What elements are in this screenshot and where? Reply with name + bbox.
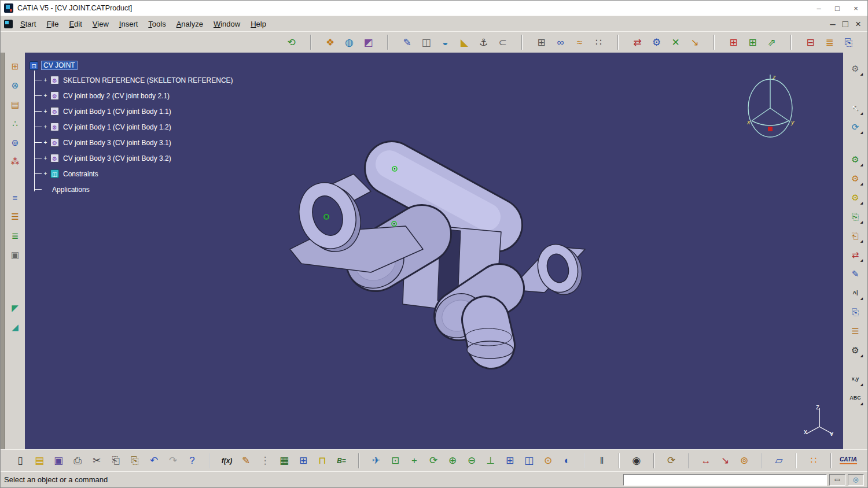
zoom-out-icon[interactable]: ⊖ bbox=[464, 453, 480, 469]
tree-item-label[interactable]: Constraints bbox=[61, 170, 100, 178]
tree-root-label[interactable]: CV JOINT bbox=[41, 61, 78, 70]
menu-help[interactable]: Help bbox=[245, 19, 271, 29]
whats-this-icon[interactable]: ? bbox=[184, 453, 200, 469]
expand-plus[interactable]: + bbox=[43, 155, 48, 161]
flyout-caret-icon[interactable]: ◢ bbox=[860, 163, 863, 167]
new-file-icon[interactable]: ▯ bbox=[12, 453, 28, 469]
update-icon[interactable]: ⟲ bbox=[283, 34, 300, 51]
expand-plus[interactable]: + bbox=[43, 108, 48, 114]
swap-arrows-icon[interactable]: ⇄◢ bbox=[848, 247, 863, 262]
command-input[interactable] bbox=[623, 474, 827, 486]
link-manager-icon[interactable]: ∞ bbox=[552, 34, 569, 51]
angle-measure-icon[interactable]: ◣ bbox=[456, 34, 473, 51]
network-icon[interactable]: ⁂ bbox=[8, 154, 23, 169]
flyout-caret-icon[interactable]: ◢ bbox=[860, 72, 863, 76]
menu-file[interactable]: File bbox=[41, 19, 64, 29]
numbered-list-icon[interactable]: ☰ bbox=[848, 323, 863, 338]
graphic-properties-icon[interactable]: ◩ bbox=[360, 34, 377, 51]
measure-item-icon[interactable]: ↘ bbox=[717, 453, 733, 469]
multi-view-icon[interactable]: ⊞ bbox=[502, 453, 518, 469]
graph-nodes-icon[interactable]: ∴ bbox=[8, 116, 23, 131]
menu-edit[interactable]: Edit bbox=[64, 19, 87, 29]
window-layout-icon[interactable]: ⊟ bbox=[802, 34, 819, 51]
menu-analyze[interactable]: Analyze bbox=[171, 19, 208, 29]
sketcher-icon[interactable]: ✎ bbox=[399, 34, 415, 51]
design-table-icon[interactable]: ▦ bbox=[276, 453, 292, 469]
undo-icon[interactable]: ↶ bbox=[146, 453, 162, 469]
explode-icon[interactable]: ✕ bbox=[667, 34, 684, 51]
open-folder-icon[interactable]: ▤ bbox=[31, 453, 47, 469]
catia-logo[interactable]: CATIA bbox=[840, 453, 856, 469]
doc-settings-icon[interactable]: ▣ bbox=[8, 247, 23, 262]
flyout-caret-icon[interactable]: ◢ bbox=[860, 383, 863, 386]
zoom-in-icon[interactable]: ⊕ bbox=[444, 453, 461, 469]
iso-view-icon[interactable]: ◫ bbox=[521, 453, 537, 469]
camera-icon[interactable]: ◉ bbox=[628, 453, 645, 469]
expand-plus[interactable]: + bbox=[43, 171, 48, 177]
menu-view[interactable]: View bbox=[87, 19, 114, 29]
flyout-caret-icon[interactable]: ◢ bbox=[860, 239, 863, 243]
sectioning-icon[interactable]: ▱ bbox=[771, 453, 787, 469]
import-page-icon[interactable]: ⎗◢ bbox=[848, 228, 863, 243]
component-list-icon[interactable]: ▤ bbox=[8, 97, 23, 112]
compass-anchor[interactable] bbox=[768, 127, 773, 131]
annotation-gear-icon[interactable]: ⚙◢ bbox=[848, 342, 863, 357]
expand-input-button[interactable]: ▭ bbox=[829, 474, 845, 486]
structure-edit-icon[interactable]: ☰ bbox=[8, 209, 23, 224]
surface-wing-icon[interactable]: ◢ bbox=[8, 319, 23, 334]
flyout-caret-icon[interactable]: ◢ bbox=[860, 297, 863, 300]
hide-show-icon[interactable]: ◐ bbox=[559, 453, 575, 469]
tree-item-label[interactable]: CV joint body 2 (CV joint body 2.1) bbox=[61, 92, 171, 100]
redo-icon[interactable]: ↷ bbox=[165, 453, 181, 469]
cut-icon[interactable]: ✂ bbox=[89, 453, 105, 469]
update-gears-icon[interactable]: ⚙◢ bbox=[848, 61, 863, 76]
curve-icon[interactable]: ≈ bbox=[571, 34, 588, 51]
rotate-icon[interactable]: ⟳ bbox=[425, 453, 442, 469]
tile-columns-icon[interactable]: ≣ bbox=[821, 34, 838, 51]
formula-icon[interactable]: f(x) bbox=[219, 453, 235, 469]
copy-icon[interactable]: ⎗ bbox=[108, 453, 124, 469]
mechanism-icon[interactable]: ∷ bbox=[590, 34, 607, 51]
menu-tools[interactable]: Tools bbox=[143, 19, 171, 29]
catalog-globe-icon[interactable]: ⊛ bbox=[8, 77, 23, 93]
flyout-caret-icon[interactable]: ◢ bbox=[860, 112, 863, 115]
tree-item-label[interactable]: SKELETON REFERENCE (SKELETON REFERENCE) bbox=[61, 76, 235, 84]
orbit-tool-icon[interactable]: ⟳◢ bbox=[848, 119, 863, 134]
paste-icon[interactable]: ⎘ bbox=[127, 453, 143, 469]
part-icon[interactable]: ⚙ bbox=[50, 76, 59, 84]
assembly-graph-icon[interactable]: ⊚ bbox=[8, 135, 23, 150]
insert-existing-component-icon[interactable]: ⊞ bbox=[725, 34, 742, 51]
expand-plus[interactable]: + bbox=[43, 93, 48, 99]
clipboard-pen-icon[interactable]: ✎ bbox=[848, 266, 863, 281]
save-icon[interactable]: ▣ bbox=[50, 453, 67, 469]
part-icon[interactable]: ⚙ bbox=[50, 91, 59, 100]
tree-item-label[interactable]: CV joint Body 1 (CV joint Body 1.2) bbox=[61, 123, 173, 131]
tree-item-label[interactable]: CV joint Body 1 (CV joint Body 1.1) bbox=[61, 108, 173, 116]
tree-item-label[interactable]: CV joint Body 3 (CV joint Body 3.2) bbox=[61, 154, 173, 162]
attach-icon[interactable]: ⊂ bbox=[494, 34, 511, 51]
minimize-button[interactable]: – bbox=[810, 2, 828, 14]
send-to-icon[interactable]: ⎘ bbox=[840, 34, 857, 51]
part-icon[interactable]: ⚙ bbox=[50, 154, 59, 162]
expand-plus[interactable]: + bbox=[43, 139, 48, 146]
product-root-icon[interactable]: ⊡ bbox=[30, 61, 38, 70]
normal-view-icon[interactable]: ⊥ bbox=[483, 453, 499, 469]
close-button[interactable]: × bbox=[847, 2, 865, 14]
maximize-button[interactable]: □ bbox=[828, 2, 847, 14]
filter-list-icon[interactable]: ≣ bbox=[8, 228, 23, 243]
bounding-box-icon[interactable]: ◫ bbox=[418, 34, 435, 51]
grid-table-icon[interactable]: ⊞ bbox=[295, 453, 311, 469]
comment-icon[interactable]: ✎ bbox=[238, 453, 254, 469]
flyout-caret-icon[interactable]: ◢ bbox=[860, 182, 863, 186]
anchor-icon[interactable]: ⚓ bbox=[475, 34, 492, 51]
translate-icon[interactable]: ⇄ bbox=[629, 34, 646, 51]
gear-green-icon[interactable]: ⚙◢ bbox=[848, 151, 863, 167]
relations-icon[interactable]: B= bbox=[333, 453, 350, 469]
menu-insert[interactable]: Insert bbox=[114, 19, 144, 29]
page-actions-icon[interactable]: ⎘ bbox=[848, 304, 863, 319]
apply-material-icon[interactable]: ◍ bbox=[341, 34, 358, 51]
analysis-wing-icon[interactable]: ◤ bbox=[8, 300, 23, 315]
lock-icon[interactable]: ⊓ bbox=[314, 453, 330, 469]
measure-between-icon[interactable]: ↔ bbox=[698, 453, 714, 469]
mass-properties-icon[interactable]: ⊚ bbox=[736, 453, 752, 469]
